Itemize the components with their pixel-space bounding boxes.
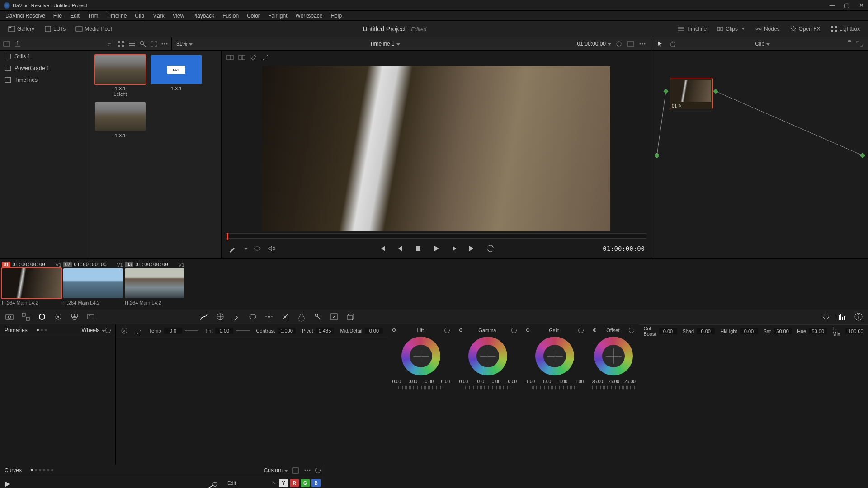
clips-toggle[interactable]: Clips xyxy=(713,24,749,34)
timeline-clip[interactable]: 0101:00:00:00V1 H.264 Main L4.2 xyxy=(2,262,61,305)
minimize-button[interactable]: — xyxy=(829,2,835,9)
nodes-toggle[interactable]: Nodes xyxy=(751,24,783,34)
image-wipe-icon[interactable] xyxy=(226,53,234,61)
contrast-value[interactable]: 1.000 xyxy=(278,328,296,334)
pick-wb-icon[interactable] xyxy=(135,327,143,335)
middetail-value[interactable]: 0.00 xyxy=(365,328,383,334)
stills-view-icon[interactable] xyxy=(3,40,11,48)
search-icon[interactable] xyxy=(139,40,147,48)
menu-view[interactable]: View xyxy=(169,12,188,20)
menu-clip[interactable]: Clip xyxy=(131,12,148,20)
viewer-image[interactable] xyxy=(262,66,610,231)
pivot-value[interactable]: 0.435 xyxy=(316,328,334,334)
timeline-toggle[interactable]: Timeline xyxy=(674,24,710,34)
lift-wheel[interactable]: ⊕Lift 0.000.000.000.00 xyxy=(387,324,454,465)
link-icon[interactable] xyxy=(271,480,277,486)
menu-mark[interactable]: Mark xyxy=(149,12,168,20)
sat-value[interactable]: 50.00 xyxy=(774,328,792,334)
node-zoom-dot[interactable] xyxy=(848,40,851,42)
lmix-value[interactable]: 100.00 xyxy=(845,328,863,334)
channel-y[interactable]: Y xyxy=(279,479,288,487)
timeline-clip[interactable]: 0201:00:00:00V1 H.264 Main L4.2 xyxy=(63,262,123,305)
play-button[interactable] xyxy=(431,244,441,253)
lightbox-toggle[interactable]: Lightbox xyxy=(827,24,863,34)
sidebar-stills[interactable]: Stills 1 xyxy=(0,51,90,62)
menu-help[interactable]: Help xyxy=(327,12,345,20)
menu-file[interactable]: File xyxy=(50,12,66,20)
gain-wheel[interactable]: ⊕Gain 1.001.001.001.00 xyxy=(521,324,588,465)
unmix-icon[interactable] xyxy=(252,244,262,253)
last-frame-button[interactable] xyxy=(467,244,477,253)
wand-icon[interactable] xyxy=(261,53,269,61)
pan-tool-icon[interactable] xyxy=(669,40,677,48)
next-frame-button[interactable] xyxy=(449,244,459,253)
3d-icon[interactable] xyxy=(345,312,355,322)
node-01[interactable]: 01 ✎ xyxy=(670,78,713,109)
sidebar-powergrade[interactable]: PowerGrade 1 xyxy=(0,62,90,74)
viewer-zoom[interactable]: 31% xyxy=(176,41,193,47)
export-icon[interactable] xyxy=(14,40,22,48)
gallery-thumb[interactable]: 1.3.1 xyxy=(95,102,146,138)
hdr-wheels-icon[interactable] xyxy=(53,312,63,322)
curves-options-icon[interactable] xyxy=(303,466,311,474)
channel-g[interactable]: G xyxy=(301,479,310,487)
menu-trim[interactable]: Trim xyxy=(84,12,102,20)
menu-workspace[interactable]: Workspace xyxy=(292,12,326,20)
keyframes-icon[interactable] xyxy=(821,312,831,322)
tint-value[interactable]: 0.00 xyxy=(215,328,233,334)
gallery-thumb[interactable]: 1.3.1 Leicht xyxy=(95,55,146,97)
color-match-icon[interactable] xyxy=(21,312,31,322)
colboost-value[interactable]: 0.00 xyxy=(659,328,677,334)
nodes-clip-dropdown[interactable]: Clip xyxy=(755,41,770,47)
channel-r[interactable]: R xyxy=(290,479,299,487)
offset-wheel[interactable]: ⊕Offset 25.0025.0025.00 xyxy=(588,324,639,465)
bypass-icon[interactable] xyxy=(615,40,623,48)
auto-balance-icon[interactable]: A xyxy=(120,327,128,335)
node-source[interactable] xyxy=(655,154,659,157)
rgb-mixer-icon[interactable] xyxy=(70,312,80,322)
reset-icon[interactable] xyxy=(314,466,321,474)
more-viewer-icon[interactable] xyxy=(638,40,646,48)
color-warper-icon[interactable] xyxy=(215,312,225,322)
reset-icon[interactable] xyxy=(104,326,111,333)
viewer-timecode[interactable]: 01:00:00:00 xyxy=(577,41,611,47)
list-view-icon[interactable] xyxy=(128,40,136,48)
gallery-thumb[interactable]: LUT 1.3.1 xyxy=(151,55,202,97)
selection-tool-icon[interactable] xyxy=(656,40,664,48)
timeline-clip[interactable]: 0301:00:00:00V1 H.264 Main L4.2 xyxy=(125,262,184,305)
highlight-icon[interactable] xyxy=(250,53,258,61)
menu-timeline[interactable]: Timeline xyxy=(103,12,130,20)
gallery-toggle[interactable]: Gallery xyxy=(5,24,38,34)
luts-toggle[interactable]: LUTs xyxy=(41,24,69,34)
first-frame-button[interactable] xyxy=(377,244,387,253)
shad-value[interactable]: 0.00 xyxy=(697,328,715,334)
maximize-button[interactable]: ▢ xyxy=(844,2,850,9)
hilight-value[interactable]: 0.00 xyxy=(740,328,758,334)
menu-playback[interactable]: Playback xyxy=(189,12,218,20)
camera-raw-icon[interactable] xyxy=(5,312,14,322)
sidebar-timelines[interactable]: Timelines xyxy=(0,74,90,86)
more-icon[interactable] xyxy=(160,40,169,48)
curves-icon[interactable] xyxy=(199,312,209,322)
mediapool-toggle[interactable]: Media Pool xyxy=(72,24,115,34)
expand-icon[interactable] xyxy=(150,40,158,48)
hue-value[interactable]: 50.00 xyxy=(809,328,827,334)
curves-mode[interactable]: Custom xyxy=(264,467,288,474)
node-destination[interactable] xyxy=(861,154,864,157)
channel-b[interactable]: B xyxy=(311,479,321,487)
key-icon[interactable] xyxy=(313,312,323,322)
close-button[interactable]: ✕ xyxy=(858,2,864,9)
nodes-panel[interactable]: 01 ✎ xyxy=(651,51,868,258)
qualifier-icon[interactable] xyxy=(231,312,241,322)
color-wheels-icon[interactable] xyxy=(37,312,47,322)
curve-editor[interactable] xyxy=(3,479,220,488)
sizing-icon[interactable] xyxy=(329,312,339,322)
info-icon[interactable] xyxy=(854,312,863,322)
timeline-name[interactable]: Timeline 1 xyxy=(196,41,574,47)
scopes-toggle-icon[interactable] xyxy=(837,312,847,322)
prev-frame-button[interactable] xyxy=(395,244,405,253)
motion-effects-icon[interactable] xyxy=(86,312,96,322)
fullscreen-icon[interactable] xyxy=(627,40,635,48)
stop-button[interactable] xyxy=(413,244,423,253)
picker-icon[interactable] xyxy=(228,244,238,253)
